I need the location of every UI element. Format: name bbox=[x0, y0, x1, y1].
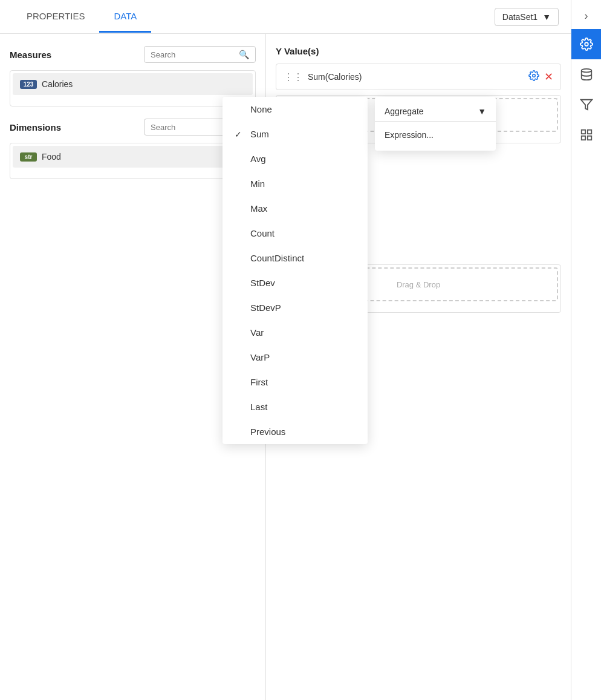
sidebar: › bbox=[571, 0, 601, 700]
field-item-calories[interactable]: 123 Calories bbox=[13, 73, 253, 95]
svg-point-0 bbox=[533, 74, 536, 77]
aggregate-sub-header: Aggregate ▼ bbox=[375, 102, 496, 122]
dropdown-label-first: First bbox=[250, 377, 268, 387]
agg-expression-item[interactable]: Expression... bbox=[375, 124, 496, 146]
svg-point-2 bbox=[581, 69, 591, 73]
dropdown-label-var: Var bbox=[250, 327, 264, 338]
sidebar-item-chart-settings[interactable] bbox=[571, 120, 602, 150]
dropdown-item-var[interactable]: Var bbox=[223, 320, 368, 345]
dropdown-item-min[interactable]: Min bbox=[223, 171, 368, 196]
field-item-food[interactable]: str Food bbox=[13, 146, 253, 168]
y-values-label: Y Value(s) bbox=[276, 46, 561, 56]
measures-search-input[interactable] bbox=[151, 50, 235, 59]
check-sum: ✓ bbox=[235, 129, 244, 139]
svg-rect-4 bbox=[581, 130, 585, 134]
field-badge-123: 123 bbox=[20, 80, 37, 89]
value-card-left: ⋮⋮ Sum(Calories) bbox=[284, 71, 362, 83]
dropdown-item-last[interactable]: Last bbox=[223, 394, 368, 419]
svg-rect-5 bbox=[587, 130, 591, 134]
aggregate-dropdown-arrow[interactable]: ▼ bbox=[478, 106, 486, 116]
dropdown-item-previous[interactable]: Previous bbox=[223, 419, 368, 444]
dropdown-item-sum[interactable]: ✓ Sum bbox=[223, 122, 368, 146]
sidebar-collapse-button[interactable]: › bbox=[574, 5, 599, 27]
field-name-food: Food bbox=[42, 152, 61, 162]
filter-icon bbox=[580, 98, 593, 111]
dropdown-item-avg[interactable]: Avg bbox=[223, 146, 368, 171]
dropdown-label-max: Max bbox=[250, 203, 267, 214]
value-card-sum-calories: ⋮⋮ Sum(Calories) ✕ bbox=[276, 64, 561, 90]
close-button[interactable]: ✕ bbox=[544, 70, 553, 83]
dropdown-item-stdevp[interactable]: StDevP bbox=[223, 295, 368, 320]
sidebar-item-settings[interactable] bbox=[571, 29, 602, 59]
measures-section-header: Measures 🔍 bbox=[10, 46, 256, 63]
dropdown-item-first[interactable]: First bbox=[223, 370, 368, 394]
measures-search-icon: 🔍 bbox=[239, 50, 249, 59]
gear-icon bbox=[580, 38, 593, 51]
dataset-label: DataSet1 bbox=[502, 12, 538, 22]
dropdown-label-last: Last bbox=[250, 402, 267, 412]
sidebar-item-database[interactable] bbox=[571, 59, 602, 90]
dropdown-item-varp[interactable]: VarP bbox=[223, 345, 368, 370]
chart-settings-icon bbox=[580, 128, 593, 142]
value-name: Sum(Calories) bbox=[308, 72, 362, 82]
dropdown-item-count[interactable]: Count bbox=[223, 221, 368, 246]
aggregate-dropdown: None ✓ Sum Avg Min Max Count CountDistin… bbox=[223, 97, 368, 444]
dataset-dropdown-icon: ▼ bbox=[542, 12, 551, 22]
svg-rect-7 bbox=[581, 136, 585, 140]
dropdown-label-min: Min bbox=[250, 178, 265, 189]
sidebar-item-filter[interactable] bbox=[571, 90, 602, 120]
measures-search-box[interactable]: 🔍 bbox=[144, 46, 256, 63]
dropdown-label-previous: Previous bbox=[250, 427, 285, 437]
dropdown-label-sum: Sum bbox=[250, 129, 269, 139]
arrow-right-icon: › bbox=[585, 10, 588, 22]
aggregate-header-label: Aggregate bbox=[385, 106, 424, 116]
dropdown-label-count: Count bbox=[250, 228, 275, 238]
header-tabs: PROPERTIES DATA bbox=[12, 1, 151, 32]
expression-label: Expression... bbox=[385, 130, 434, 140]
dropdown-item-none[interactable]: None bbox=[223, 97, 368, 122]
dimensions-section-header: Dimensions 🔍 bbox=[10, 119, 256, 136]
drag-handle-icon[interactable]: ⋮⋮ bbox=[284, 71, 303, 83]
measures-title: Measures bbox=[10, 50, 51, 60]
value-card-right: ✕ bbox=[528, 70, 553, 83]
dimensions-title: Dimensions bbox=[10, 122, 61, 132]
dropdown-label-countdistinct: CountDistinct bbox=[250, 253, 304, 263]
measures-field-list: 123 Calories bbox=[10, 70, 256, 106]
dropdown-label-stdev: StDev bbox=[250, 278, 275, 288]
tab-properties[interactable]: PROPERTIES bbox=[12, 1, 99, 33]
field-badge-str: str bbox=[20, 152, 37, 162]
dropdown-item-max[interactable]: Max bbox=[223, 196, 368, 221]
dropdown-label-stdevp: StDevP bbox=[250, 303, 281, 313]
dimensions-field-list: str Food bbox=[10, 143, 256, 179]
svg-rect-6 bbox=[587, 136, 591, 140]
dropdown-item-stdev[interactable]: StDev bbox=[223, 270, 368, 295]
gear-button[interactable] bbox=[528, 70, 539, 83]
svg-marker-3 bbox=[580, 100, 591, 110]
database-icon bbox=[580, 68, 593, 81]
dropdown-label-none: None bbox=[250, 104, 272, 114]
dropdown-item-countdistinct[interactable]: CountDistinct bbox=[223, 246, 368, 270]
dropdown-label-varp: VarP bbox=[250, 352, 270, 362]
drag-drop-label-2: Drag & Drop bbox=[397, 280, 440, 289]
field-name-calories: Calories bbox=[42, 79, 73, 89]
svg-point-1 bbox=[585, 42, 588, 46]
dropdown-label-avg: Avg bbox=[250, 154, 266, 164]
tab-data[interactable]: DATA bbox=[99, 1, 151, 33]
dataset-selector[interactable]: DataSet1 ▼ bbox=[495, 8, 559, 26]
aggregate-sub-panel: Aggregate ▼ Expression... bbox=[375, 97, 496, 151]
